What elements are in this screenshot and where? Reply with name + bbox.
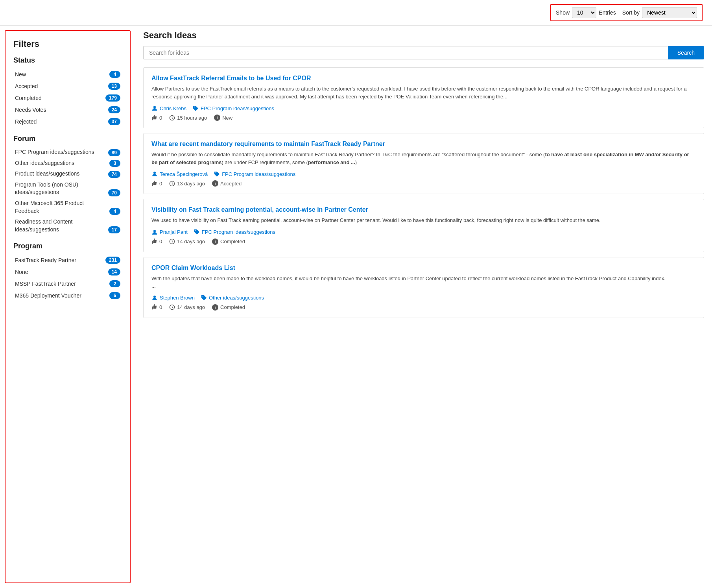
tag-icon bbox=[201, 295, 207, 301]
idea-title-2[interactable]: What are recent mandatory requirements t… bbox=[151, 141, 696, 148]
status-filter-item-rejected[interactable]: Rejected 37 bbox=[13, 116, 122, 128]
tag-icon bbox=[214, 171, 220, 177]
svg-point-0 bbox=[153, 106, 156, 108]
time-2: 13 days ago bbox=[169, 181, 205, 187]
status-3: i Completed bbox=[212, 239, 245, 245]
person-icon bbox=[151, 105, 158, 111]
program-section-title: Program bbox=[13, 242, 122, 250]
show-label: Show bbox=[556, 9, 570, 16]
page-wrapper: Show 10 25 50 100 Entries Sort by Newest… bbox=[0, 0, 712, 588]
time-1: 15 hours ago bbox=[169, 115, 207, 121]
tag-icon bbox=[193, 105, 199, 111]
status-4: i Completed bbox=[212, 304, 245, 311]
idea-forum-2[interactable]: FPC Program ideas/suggestions bbox=[214, 171, 295, 177]
forum-filter-product[interactable]: Product ideas/suggestions 74 bbox=[13, 168, 122, 179]
info-icon-2: i bbox=[212, 180, 218, 187]
status-filter-item-completed[interactable]: Completed 179 bbox=[13, 92, 122, 104]
person-icon bbox=[151, 171, 158, 177]
idea-stats-row-3: 0 14 days ago i Completed bbox=[151, 239, 696, 245]
thumbup-icon bbox=[151, 115, 157, 121]
status-1: i New bbox=[214, 115, 232, 121]
info-icon-4: i bbox=[212, 304, 218, 311]
info-icon-3: i bbox=[212, 239, 218, 245]
forum-section-title: Forum bbox=[13, 135, 122, 143]
info-icon-1: i bbox=[214, 115, 220, 121]
vote-count-1: 0 bbox=[151, 115, 162, 121]
entries-select[interactable]: 10 25 50 100 bbox=[572, 7, 596, 18]
idea-author-3[interactable]: Pranjal Pant bbox=[151, 229, 188, 235]
person-icon bbox=[151, 295, 158, 301]
clock-icon bbox=[169, 304, 175, 310]
content-area: Search Ideas Search Allow FastTrack Refe… bbox=[135, 26, 712, 588]
thumbup-icon bbox=[151, 239, 157, 244]
thumbup-icon bbox=[151, 181, 157, 187]
vote-count-4: 0 bbox=[151, 304, 162, 310]
vote-count-2: 0 bbox=[151, 181, 162, 187]
thumbup-icon bbox=[151, 304, 157, 310]
program-filter-m365dv[interactable]: M365 Deployment Voucher 6 bbox=[13, 290, 122, 301]
clock-icon bbox=[169, 115, 175, 121]
page-title: Search Ideas bbox=[143, 30, 704, 41]
idea-description-1: Allow Partners to use the FastTrack emai… bbox=[151, 85, 696, 100]
forum-filter-fpc[interactable]: FPC Program ideas/suggestions 89 bbox=[13, 147, 122, 158]
idea-stats-row-2: 0 13 days ago i Accepted bbox=[151, 180, 696, 187]
idea-meta-row-3: Pranjal Pant FPC Program ideas/suggestio… bbox=[151, 229, 696, 235]
idea-author-2[interactable]: Tereza Špecingerová bbox=[151, 171, 208, 177]
idea-meta-row-1: Chris Krebs FPC Program ideas/suggestion… bbox=[151, 105, 696, 111]
time-4: 14 days ago bbox=[169, 304, 205, 310]
search-bar: Search bbox=[143, 46, 704, 59]
sortby-label: Sort by bbox=[622, 9, 640, 16]
sidebar-title: Filters bbox=[13, 39, 122, 49]
tag-icon bbox=[194, 229, 200, 235]
idea-title-1[interactable]: Allow FastTrack Referral Emails to be Us… bbox=[151, 75, 696, 82]
idea-description-2: Would it be possible to consolidate mand… bbox=[151, 151, 696, 166]
idea-forum-4[interactable]: Other ideas/suggestions bbox=[201, 295, 264, 301]
idea-description-4: With the updates that have been made to … bbox=[151, 275, 696, 290]
idea-card-1: Allow FastTrack Referral Emails to be Us… bbox=[143, 67, 704, 128]
clock-icon bbox=[169, 181, 175, 187]
idea-stats-row-1: 0 15 hours ago i New bbox=[151, 115, 696, 121]
program-filter-none[interactable]: None 14 bbox=[13, 266, 122, 278]
idea-card-2: What are recent mandatory requirements t… bbox=[143, 133, 704, 194]
idea-forum-3[interactable]: FPC Program ideas/suggestions bbox=[194, 229, 275, 235]
status-filter-item-accepted[interactable]: Accepted 13 bbox=[13, 80, 122, 92]
idea-description-3: We used to have visibility on Fast Track… bbox=[151, 216, 696, 224]
idea-meta-row-4: Stephen Brown Other ideas/suggestions bbox=[151, 295, 696, 301]
idea-title-4[interactable]: CPOR Claim Workloads List bbox=[151, 264, 696, 272]
top-bar: Show 10 25 50 100 Entries Sort by Newest… bbox=[0, 0, 712, 26]
svg-point-4 bbox=[153, 230, 156, 232]
forum-filter-readiness[interactable]: Readiness and Content ideas/suggestions … bbox=[13, 216, 122, 235]
entries-label: Entries bbox=[599, 9, 616, 16]
status-section-title: Status bbox=[13, 56, 122, 65]
status-filter-item-new[interactable]: New 4 bbox=[13, 68, 122, 80]
sortby-select[interactable]: Newest Oldest Most Votes Most Comments bbox=[642, 7, 697, 18]
svg-point-6 bbox=[153, 296, 156, 298]
forum-filter-m365[interactable]: Other Microsoft 365 Product Feedback 4 bbox=[13, 198, 122, 216]
forum-filter-other[interactable]: Other ideas/suggestions 3 bbox=[13, 158, 122, 169]
idea-author-4[interactable]: Stephen Brown bbox=[151, 295, 195, 301]
sidebar: Filters Status New 4 Accepted 13 Complet… bbox=[5, 30, 131, 583]
idea-author-1[interactable]: Chris Krebs bbox=[151, 105, 186, 111]
idea-forum-1[interactable]: FPC Program ideas/suggestions bbox=[193, 105, 274, 111]
search-button[interactable]: Search bbox=[668, 46, 704, 59]
time-3: 14 days ago bbox=[169, 239, 205, 244]
vote-count-3: 0 bbox=[151, 239, 162, 244]
idea-card-3: Visibility on Fast Track earning potenti… bbox=[143, 199, 704, 252]
clock-icon bbox=[169, 239, 175, 244]
status-2: i Accepted bbox=[212, 180, 242, 187]
program-filter-ftrp[interactable]: FastTrack Ready Partner 231 bbox=[13, 254, 122, 266]
main-layout: Filters Status New 4 Accepted 13 Complet… bbox=[0, 26, 712, 588]
idea-stats-row-4: 0 14 days ago i Completed bbox=[151, 304, 696, 311]
idea-card-4: CPOR Claim Workloads List With the updat… bbox=[143, 257, 704, 318]
forum-filter-program-tools[interactable]: Program Tools (non OSU) ideas/suggestion… bbox=[13, 179, 122, 198]
svg-point-2 bbox=[153, 172, 156, 174]
person-icon bbox=[151, 229, 158, 235]
status-filter-item-needs-votes[interactable]: Needs Votes 24 bbox=[13, 104, 122, 116]
idea-title-3[interactable]: Visibility on Fast Track earning potenti… bbox=[151, 206, 696, 213]
search-input[interactable] bbox=[143, 46, 668, 59]
idea-meta-row-2: Tereza Špecingerová FPC Program ideas/su… bbox=[151, 171, 696, 177]
program-filter-mssp[interactable]: MSSP FastTrack Partner 2 bbox=[13, 278, 122, 290]
entries-sort-group: Show 10 25 50 100 Entries Sort by Newest… bbox=[550, 4, 703, 21]
